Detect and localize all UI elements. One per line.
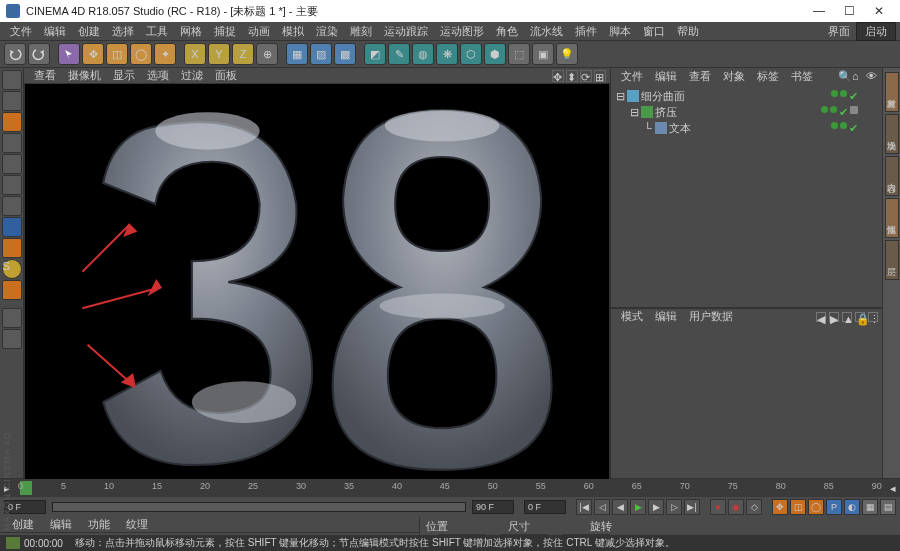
- undo-button[interactable]: [4, 43, 26, 65]
- tab-takes[interactable]: 场次: [885, 114, 899, 154]
- obj-menu-objects[interactable]: 对象: [717, 69, 751, 84]
- visible-editor-dot[interactable]: [821, 106, 828, 113]
- goto-end-button[interactable]: ▶|: [684, 499, 700, 515]
- object-tree[interactable]: ⊟ 细分曲面 ✔ ⊟ 挤压 ✔ └ 文本: [611, 84, 882, 140]
- menu-mograph[interactable]: 运动图形: [434, 24, 490, 39]
- environment-button[interactable]: ⬚: [508, 43, 530, 65]
- viewport-3d[interactable]: [24, 83, 610, 492]
- menu-help[interactable]: 帮助: [671, 24, 705, 39]
- menu-animate[interactable]: 动画: [242, 24, 276, 39]
- tree-row-extrude[interactable]: ⊟ 挤压 ✔: [615, 104, 878, 120]
- x-axis-button[interactable]: X: [184, 43, 206, 65]
- axis-mode-button[interactable]: [2, 217, 22, 237]
- mat-tab-function[interactable]: 功能: [80, 517, 118, 532]
- prev-frame-button[interactable]: ◀: [612, 499, 628, 515]
- tree-label[interactable]: 文本: [669, 121, 691, 136]
- extrude-button[interactable]: ❋: [436, 43, 458, 65]
- tree-label[interactable]: 挤压: [655, 105, 677, 120]
- vp-nav-rotate-icon[interactable]: ⟳: [580, 70, 592, 82]
- visible-editor-dot[interactable]: [831, 122, 838, 129]
- collapse-icon[interactable]: ⊟: [629, 106, 639, 119]
- phong-tag-icon[interactable]: [850, 106, 858, 114]
- layout-dropdown[interactable]: 启动: [856, 22, 896, 41]
- range-end-field[interactable]: 90 F: [472, 500, 514, 514]
- menu-icon[interactable]: ⋮: [868, 312, 878, 322]
- key-scale-button[interactable]: ◫: [790, 499, 806, 515]
- nav-fwd-icon[interactable]: ▶: [829, 312, 839, 322]
- planar-workplane-button[interactable]: [2, 329, 22, 349]
- menu-simulate[interactable]: 模拟: [276, 24, 310, 39]
- snap-button[interactable]: S: [2, 259, 22, 279]
- rotate-button[interactable]: ◯: [130, 43, 152, 65]
- home-icon[interactable]: ⌂: [852, 70, 864, 82]
- vp-menu-panel[interactable]: 面板: [209, 68, 243, 83]
- obj-menu-bookmarks[interactable]: 书签: [785, 69, 819, 84]
- tree-label[interactable]: 细分曲面: [641, 89, 685, 104]
- array-button[interactable]: ⬡: [460, 43, 482, 65]
- tab-objects[interactable]: 对象: [885, 72, 899, 112]
- obj-menu-view[interactable]: 查看: [683, 69, 717, 84]
- menu-mesh[interactable]: 网格: [174, 24, 208, 39]
- play-button[interactable]: ▶: [630, 499, 646, 515]
- vp-nav-move-icon[interactable]: ✥: [552, 70, 564, 82]
- point-mode-button[interactable]: [2, 154, 22, 174]
- lock-icon[interactable]: 🔒: [855, 312, 865, 322]
- vp-menu-display[interactable]: 显示: [107, 68, 141, 83]
- menu-snap[interactable]: 捕捉: [208, 24, 242, 39]
- render-view-button[interactable]: ▦: [286, 43, 308, 65]
- visible-render-dot[interactable]: [840, 90, 847, 97]
- mat-tab-edit[interactable]: 编辑: [42, 517, 80, 532]
- poly-mode-button[interactable]: [2, 196, 22, 216]
- menu-select[interactable]: 选择: [106, 24, 140, 39]
- camera-button[interactable]: ▣: [532, 43, 554, 65]
- scale-button[interactable]: ◫: [106, 43, 128, 65]
- menu-motiontrack[interactable]: 运动跟踪: [378, 24, 434, 39]
- mat-tab-texture[interactable]: 纹理: [118, 517, 156, 532]
- texture-mode-button[interactable]: [2, 112, 22, 132]
- attr-menu-mode[interactable]: 模式: [615, 309, 649, 324]
- z-axis-button[interactable]: Z: [232, 43, 254, 65]
- render-pv-button[interactable]: ▨: [310, 43, 332, 65]
- timeline-ruler[interactable]: ▸ 0 5 10 15 20 25 30 35 40 45 50 55 60 6…: [0, 479, 900, 497]
- eye-icon[interactable]: 👁: [866, 70, 878, 82]
- tree-row-text[interactable]: └ 文本 ✔: [615, 120, 878, 136]
- key-pos-button[interactable]: ✥: [772, 499, 788, 515]
- attr-menu-edit[interactable]: 编辑: [649, 309, 683, 324]
- model-mode-button[interactable]: [2, 91, 22, 111]
- menu-pipeline[interactable]: 流水线: [524, 24, 569, 39]
- menu-window[interactable]: 窗口: [637, 24, 671, 39]
- record-button[interactable]: ●: [710, 499, 726, 515]
- light-button[interactable]: 💡: [556, 43, 578, 65]
- subdiv-button[interactable]: ◍: [412, 43, 434, 65]
- enable-check-icon[interactable]: ✔: [849, 90, 858, 103]
- visible-editor-dot[interactable]: [831, 90, 838, 97]
- prev-key-button[interactable]: ◁: [594, 499, 610, 515]
- nav-back-icon[interactable]: ◀: [816, 312, 826, 322]
- cube-primitive-button[interactable]: ◩: [364, 43, 386, 65]
- next-frame-button[interactable]: ▶: [648, 499, 664, 515]
- obj-menu-tags[interactable]: 标签: [751, 69, 785, 84]
- tab-content[interactable]: 内容: [885, 156, 899, 196]
- y-axis-button[interactable]: Y: [208, 43, 230, 65]
- make-editable-button[interactable]: [2, 70, 22, 90]
- vp-menu-view[interactable]: 查看: [28, 68, 62, 83]
- menu-sculpt[interactable]: 雕刻: [344, 24, 378, 39]
- recent-tool-button[interactable]: ✦: [154, 43, 176, 65]
- edge-mode-button[interactable]: [2, 175, 22, 195]
- attr-menu-userdata[interactable]: 用户数据: [683, 309, 739, 324]
- enable-check-icon[interactable]: ✔: [849, 122, 858, 135]
- search-icon[interactable]: 🔍: [838, 70, 850, 82]
- goto-start-button[interactable]: |◀: [576, 499, 592, 515]
- key-options2-button[interactable]: ▤: [880, 499, 896, 515]
- minimize-button[interactable]: —: [804, 0, 834, 22]
- tab-layers[interactable]: 层: [885, 240, 899, 280]
- vp-nav-zoom-icon[interactable]: ⬍: [566, 70, 578, 82]
- move-button[interactable]: ✥: [82, 43, 104, 65]
- render-settings-button[interactable]: ▩: [334, 43, 356, 65]
- coord-system-button[interactable]: ⊕: [256, 43, 278, 65]
- visible-render-dot[interactable]: [840, 122, 847, 129]
- live-select-button[interactable]: [58, 43, 80, 65]
- menu-tools[interactable]: 工具: [140, 24, 174, 39]
- vp-menu-camera[interactable]: 摄像机: [62, 68, 107, 83]
- locked-workplane-button[interactable]: [2, 308, 22, 328]
